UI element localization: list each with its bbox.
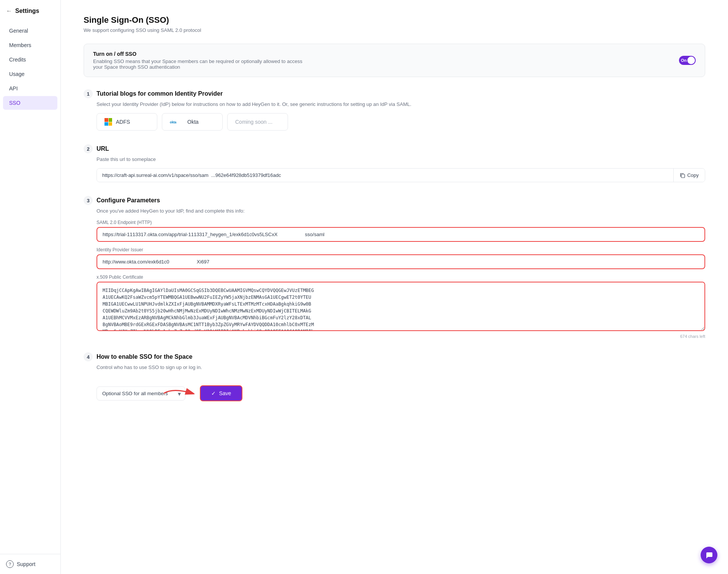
toggle-card-text: Turn on / off SSO Enabling SSO means tha… xyxy=(93,51,306,70)
section2-title: URL xyxy=(97,145,109,152)
okta-icon: okta xyxy=(170,119,184,125)
saml-endpoint-input[interactable] xyxy=(97,227,705,242)
cert-field: x.509 Public Certificate MIIDqjCCApKgAwI… xyxy=(97,274,705,339)
main-content: Single Sign-On (SSO) We support configur… xyxy=(61,0,728,574)
section-enable-sso: 4 How to enable SSO for the Space Contro… xyxy=(84,352,705,401)
section1-desc: Select your Identity Provider (IdP) belo… xyxy=(97,101,705,107)
arrow-annotation xyxy=(162,386,196,401)
section-url: 2 URL Paste this url to someplace Copy xyxy=(84,144,705,182)
sidebar: ← Settings General Members Credits Usage… xyxy=(0,0,61,574)
sidebar-item-credits[interactable]: Credits xyxy=(3,53,57,66)
page-title: Single Sign-On (SSO) xyxy=(84,15,705,25)
section1-header: 1 Tutorial blogs for common Identity Pro… xyxy=(84,89,705,98)
chat-fab[interactable] xyxy=(701,547,717,563)
sidebar-nav: General Members Credits Usage API SSO xyxy=(0,24,60,554)
sidebar-item-usage[interactable]: Usage xyxy=(3,67,57,81)
sidebar-item-general[interactable]: General xyxy=(3,24,57,38)
settings-title: Settings xyxy=(15,8,39,14)
sidebar-item-members[interactable]: Members xyxy=(3,38,57,52)
section3-title: Configure Parameters xyxy=(97,197,160,204)
microsoft-icon xyxy=(104,118,112,126)
svg-rect-1 xyxy=(681,174,685,178)
section2-number: 2 xyxy=(84,144,93,153)
copy-button[interactable]: Copy xyxy=(673,169,705,182)
toggle-card-title: Turn on / off SSO xyxy=(93,51,306,57)
issuer-input[interactable] xyxy=(97,254,705,269)
chars-left: 674 chars left xyxy=(97,334,705,339)
section4-desc: Control who has to use SSO to sign up or… xyxy=(97,364,705,370)
idp-cards: ADFS okta Okta Coming soon ... xyxy=(97,113,705,131)
save-checkmark: ✓ xyxy=(211,390,216,396)
save-btn-wrapper: ✓ Save xyxy=(200,385,242,401)
toggle-label: On xyxy=(681,58,687,63)
section4-header: 4 How to enable SSO for the Space xyxy=(84,352,705,361)
copy-label: Copy xyxy=(687,172,699,178)
sso-toggle[interactable]: On xyxy=(679,56,696,65)
section1-number: 1 xyxy=(84,89,93,98)
copy-icon xyxy=(680,173,685,178)
sidebar-footer: ? Support xyxy=(0,554,60,574)
back-button[interactable]: ← xyxy=(6,8,12,14)
svg-text:okta: okta xyxy=(170,120,177,124)
section3-number: 3 xyxy=(84,196,93,205)
toggle-knob xyxy=(687,57,695,64)
issuer-field: Identity Provider Issuer xyxy=(97,247,705,269)
chat-icon xyxy=(705,551,713,559)
section2-header: 2 URL xyxy=(84,144,705,153)
sidebar-item-sso[interactable]: SSO xyxy=(3,96,57,110)
section4-number: 4 xyxy=(84,352,93,361)
section2-desc: Paste this url to someplace xyxy=(97,156,705,162)
sidebar-item-api[interactable]: API xyxy=(3,82,57,95)
section3-header: 3 Configure Parameters xyxy=(84,196,705,205)
sso-toggle-card: Turn on / off SSO Enabling SSO means tha… xyxy=(84,44,705,77)
adfs-label: ADFS xyxy=(116,119,130,125)
okta-label: Okta xyxy=(187,119,199,125)
page-subtitle: We support configuring SSO using SAML 2.… xyxy=(84,27,705,33)
saml-endpoint-label: SAML 2.0 Endpoint (HTTP) xyxy=(97,220,705,225)
toggle-card-desc: Enabling SSO means that your Space membe… xyxy=(93,58,306,70)
sidebar-header: ← Settings xyxy=(0,8,60,24)
section4-title: How to enable SSO for the Space xyxy=(97,353,193,360)
support-button[interactable]: ? Support xyxy=(6,560,54,568)
support-icon: ? xyxy=(6,560,14,568)
section-idp: 1 Tutorial blogs for common Identity Pro… xyxy=(84,89,705,131)
cert-label: x.509 Public Certificate xyxy=(97,274,705,280)
section1-title: Tutorial blogs for common Identity Provi… xyxy=(97,90,223,97)
support-label: Support xyxy=(17,561,35,567)
cert-textarea[interactable]: MIIDqjCCApKgAwIBAgIGAYlDaUIsMA0GCSqGSIb3… xyxy=(97,282,705,331)
coming-soon-label: Coming soon ... xyxy=(235,119,272,125)
issuer-label: Identity Provider Issuer xyxy=(97,247,705,252)
saml-endpoint-field: SAML 2.0 Endpoint (HTTP) xyxy=(97,220,705,242)
url-input-row: Copy xyxy=(97,168,705,182)
section3-desc: Once you've added HeyGen to your IdP, fi… xyxy=(97,208,705,214)
url-input[interactable] xyxy=(97,169,673,182)
idp-card-adfs[interactable]: ADFS xyxy=(97,113,157,131)
idp-card-okta[interactable]: okta Okta xyxy=(162,113,223,131)
save-label: Save xyxy=(219,390,231,396)
idp-card-coming-soon: Coming soon ... xyxy=(227,113,288,131)
section-configure: 3 Configure Parameters Once you've added… xyxy=(84,196,705,339)
save-button[interactable]: ✓ Save xyxy=(200,385,242,401)
